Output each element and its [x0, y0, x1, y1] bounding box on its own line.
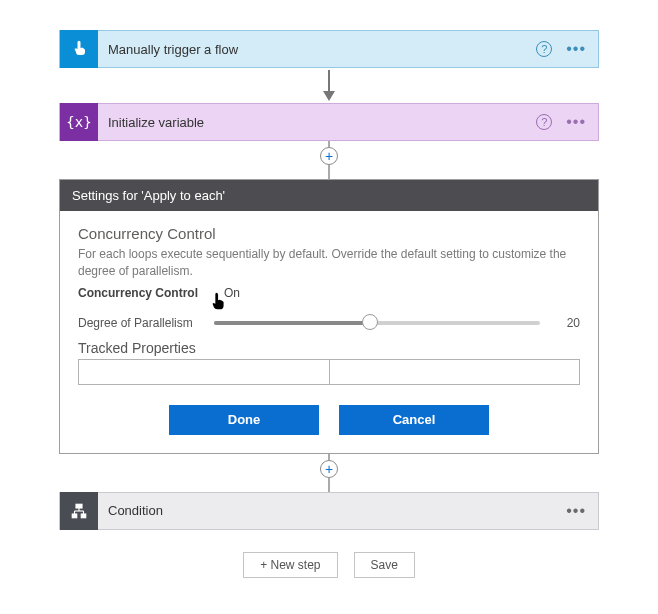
settings-header: Settings for 'Apply to each': [60, 180, 598, 211]
add-action-button[interactable]: +: [320, 147, 338, 165]
condition-icon: [60, 492, 98, 530]
condition-title: Condition: [98, 503, 566, 518]
tracked-key-input[interactable]: [79, 360, 330, 384]
concurrency-title: Concurrency Control: [78, 225, 580, 242]
tracked-properties-title: Tracked Properties: [78, 340, 580, 356]
add-action-connector: +: [320, 141, 338, 179]
svg-rect-5: [72, 514, 77, 518]
add-action-button[interactable]: +: [320, 460, 338, 478]
more-icon[interactable]: •••: [566, 113, 586, 131]
concurrency-desc: For each loops execute sequentially by d…: [78, 246, 580, 280]
trigger-card[interactable]: Manually trigger a flow ? •••: [59, 30, 599, 68]
new-step-button[interactable]: + New step: [243, 552, 337, 578]
variable-icon: {x}: [60, 103, 98, 141]
settings-panel: Settings for 'Apply to each' Concurrency…: [59, 179, 599, 454]
parallelism-slider[interactable]: [214, 314, 540, 332]
variable-title: Initialize variable: [98, 115, 536, 130]
slider-label: Degree of Parallelism: [78, 316, 200, 330]
flow-designer-canvas: Manually trigger a flow ? ••• {x} Initia…: [0, 0, 658, 588]
help-icon[interactable]: ?: [536, 114, 552, 130]
add-action-connector: +: [320, 454, 338, 492]
done-button[interactable]: Done: [169, 405, 319, 435]
toggle-label: Concurrency Control: [78, 286, 200, 300]
touch-icon: [60, 30, 98, 68]
slider-value: 20: [554, 316, 580, 330]
tracked-value-input[interactable]: [330, 360, 580, 384]
slider-thumb[interactable]: [362, 314, 378, 330]
variable-card[interactable]: {x} Initialize variable ? •••: [59, 103, 599, 141]
toggle-knob: [196, 295, 210, 309]
more-icon[interactable]: •••: [566, 502, 586, 520]
svg-rect-0: [76, 504, 82, 508]
connector-arrow: [323, 70, 335, 101]
tracked-properties-table: [78, 359, 580, 385]
help-icon[interactable]: ?: [536, 41, 552, 57]
trigger-title: Manually trigger a flow: [98, 42, 536, 57]
svg-rect-6: [81, 514, 86, 518]
toggle-state-text: On: [224, 286, 240, 300]
more-icon[interactable]: •••: [566, 40, 586, 58]
cancel-button[interactable]: Cancel: [339, 405, 489, 435]
condition-card[interactable]: Condition •••: [59, 492, 599, 530]
designer-footer-actions: + New step Save: [243, 552, 415, 578]
save-button[interactable]: Save: [354, 552, 415, 578]
